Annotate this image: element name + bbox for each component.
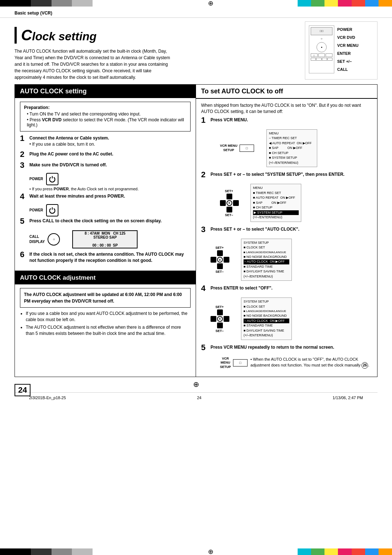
page-footer: 2I3I201B-En_p18-25 24 1/13/06, 2:47 PM: [15, 392, 377, 403]
color-cyan: [298, 0, 311, 7]
ref-number-26: 26: [362, 362, 368, 369]
adjustment-bullet-1: If you use a cable box and you want AUTO…: [26, 311, 191, 323]
right-column: To set AUTO CLOCK to off When shipped fr…: [196, 85, 377, 377]
right-step-5-num: 5: [201, 344, 208, 352]
bottom-color-pink: [338, 548, 351, 555]
menu-item-5: ■ SYSTEM SETUP: [269, 155, 315, 161]
left-col-header: AUTO CLOCK setting: [15, 85, 196, 98]
remote-label-call: CALL: [337, 65, 359, 73]
page-title: Clock setting: [15, 27, 97, 44]
menu-item-sap: ■ SAP ON ▶OFF: [253, 200, 299, 206]
menu-ac4-active: – AUTO CLOCK ON ▶OFF: [244, 319, 289, 324]
right-step-2-num: 2: [201, 171, 208, 179]
step-3-content: Make sure the DVD/VCR is turned off.: [29, 162, 191, 168]
menu-dst3: ■ DAYLIGHT SAVING TIME: [244, 269, 289, 274]
color-orange: [379, 0, 392, 7]
right-step-5-bold: Press VCR MENU repeatedly to return to t…: [211, 345, 334, 350]
step-1-bold: Connect the Antenna or Cable system.: [29, 135, 109, 141]
adjustment-body: The AUTO CLOCK adjustment will be update…: [15, 284, 196, 341]
vcrmenu-btn-5: □: [233, 359, 248, 366]
step-4: 4 Wait at least three minutes and press …: [20, 193, 191, 200]
color-white: [93, 0, 123, 7]
page-header: Basic setup (VCR): [0, 7, 392, 18]
title-letter-c: C: [21, 27, 32, 44]
right-step-4-num: 4: [201, 284, 208, 292]
menu-item-ch: ■ CH SETUP: [253, 205, 299, 210]
right-step-1-num: 1: [201, 116, 208, 124]
step-5-call-container: CALLDISPLAY ○ 8 : 47AM MON CH 125STEREO …: [29, 229, 191, 250]
menu-footer3: (+/–/ENTER/MENU): [244, 274, 289, 279]
step-4-bold: Wait at least three minutes and press PO…: [29, 194, 125, 199]
color-black1: [0, 0, 31, 7]
right-step-3-visual: SET+ E SET–: [211, 237, 372, 283]
title-intro-left: Clock setting The AUTO CLOCK function wi…: [15, 21, 298, 81]
top-bar-right: [298, 0, 392, 7]
step-6-bold: If the clock is not set, check the anten…: [29, 252, 184, 263]
bottom-color-blue: [365, 548, 379, 555]
right-step-4-bold: Press ENTER to select "OFF".: [211, 285, 273, 291]
right-step-2-content: Press SET + or – to select "SYSTEM SETUP…: [211, 171, 372, 178]
right-step-2: 2 Press SET + or – to select "SYSTEM SET…: [201, 171, 372, 179]
menu-st3: ■ STANDARD TIME: [244, 264, 289, 270]
right-step-1-visual: VCR MENUSETUP □ MENU – TIMER REC SET ◀ A…: [211, 128, 372, 169]
adjustment-bold-text: The AUTO CLOCK adjustment will be update…: [24, 292, 182, 304]
right-step-5-content: Press VCR MENU repeatedly to return to t…: [211, 344, 372, 351]
adjustment-bold-box: The AUTO CLOCK adjustment will be update…: [20, 288, 191, 308]
step-3: 3 Make sure the DVD/VCR is turned off.: [20, 162, 191, 169]
step-1-num: 1: [20, 134, 27, 142]
menu-item-ar: ■ AUTO REPEAT ON ▶OFF: [253, 195, 299, 200]
step-5-call-btn: ○: [48, 233, 60, 246]
color-blue: [365, 0, 379, 7]
menu-st4: ■ STANDARD TIME: [244, 323, 289, 328]
menu-lang4: ■ LANGUAGE/IDIOMA/LANGUE: [244, 309, 289, 313]
step-3-num: 3: [20, 161, 27, 169]
step-5-screen-text: 8 : 47AM MON CH 125STEREO SAP00 : 00 : 0…: [85, 231, 125, 247]
right-step-1: 1 Press VCR MENU.: [201, 117, 372, 124]
menu-item-footer2: (+/–/ENTER/MENU): [253, 215, 299, 220]
right-step-4-visual: SET+ E SET–: [211, 296, 372, 341]
step-5-bold: Press CALL to check the clock setting on…: [29, 218, 162, 223]
menu-dst4: ■ DAYLIGHT SAVING TIME: [244, 328, 289, 333]
menu-item-4: ■ CH SETUP: [269, 151, 315, 156]
title-intro-section: Clock setting The AUTO CLOCK function wi…: [15, 21, 377, 81]
step-2-num: 2: [20, 150, 27, 158]
prep-item-2: • Press VCR DVD selector to select the V…: [27, 117, 187, 127]
top-color-bar: ⊕: [0, 0, 392, 7]
vcrmenu-label-1: VCR MENUSETUP: [220, 144, 237, 152]
right-step-5-vcrmenu: VCR MENUSETUP □: [220, 357, 248, 369]
right-step-1-vcrmenu: VCR MENUSETUP □: [220, 129, 254, 167]
page-number: 24: [15, 384, 30, 396]
remote-diagram: □□ ○ ● □: [305, 21, 377, 81]
prep-item-1: • Turn ON the TV and select the correspo…: [27, 112, 187, 117]
step-4-power-icon: [46, 204, 58, 216]
right-step-2-visual: SET+ E SET–: [211, 182, 372, 223]
menu-ss4: SYSTEM SETUP: [244, 299, 289, 304]
remote-label-enter: ENTER: [337, 49, 359, 57]
adjustment-bullets: If you use a cable box and you want AUTO…: [26, 311, 191, 336]
remote-box: □□ ○ ● □: [305, 21, 377, 80]
footer-doc-id: 2I3I201B-En_p18-25: [29, 396, 66, 400]
right-step-4-menu: SYSTEM SETUP ■ CLOCK SET ■ LANGUAGE/IDIO…: [241, 297, 292, 340]
step-3-bold: Make sure the DVD/VCR is turned off.: [29, 162, 107, 167]
page-number-container: 24: [15, 384, 30, 396]
step-6-num: 6: [20, 251, 27, 259]
color-gray2: [72, 0, 93, 7]
menu-item-ss-active: ▶ SYSTEM SETUP: [253, 210, 299, 215]
color-green: [311, 0, 324, 7]
menu-item-1: – TIMER REC SET: [269, 136, 315, 141]
right-step-4: 4 Press ENTER to select "OFF".: [201, 285, 372, 292]
step-4-power-container: POWER: [29, 204, 191, 216]
right-step-3-menu: SYSTEM SETUP ■ CLOCK SET ■ LANGUAGE/IDIO…: [241, 239, 292, 281]
right-col-body: When shipped from factory the AUTO CLOCK…: [196, 99, 377, 377]
color-black2: [31, 0, 52, 7]
bottom-color-yellow: [324, 548, 338, 555]
menu-item-footer1: (+/–/ENTER/MENU): [269, 161, 315, 166]
remote-label-setpm: SET +/–: [337, 57, 359, 65]
footer-date: 1/13/06, 2:47 PM: [332, 396, 363, 400]
right-step-2-bold: Press SET + or – to select "SYSTEM SETUP…: [211, 172, 344, 177]
right-step-3-num: 3: [201, 226, 208, 234]
step-4-content: Wait at least three minutes and press PO…: [29, 193, 191, 199]
right-step-3: 3 Press SET + or – to select "AUTO CLOCK…: [201, 226, 372, 234]
color-yellow: [324, 0, 338, 7]
bottom-crosshair: ⊕: [15, 380, 377, 389]
